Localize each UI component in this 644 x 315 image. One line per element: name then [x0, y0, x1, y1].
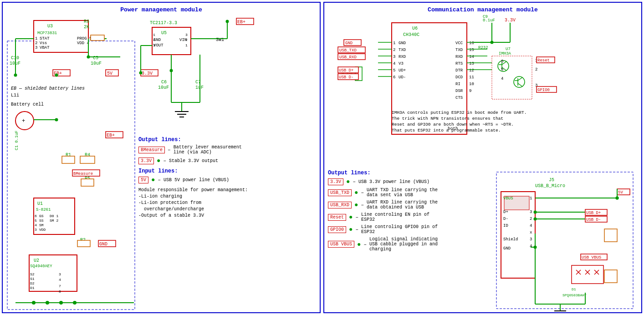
svg-text:SW1: SW1: [216, 37, 224, 42]
power-module-desc: Module responsible for power management:…: [138, 187, 257, 219]
usb-vbus-desc: Logical signal indicating USB cabble plu…: [369, 237, 447, 252]
svg-text:TXD: TXD: [455, 48, 463, 52]
svg-text:4: 4: [501, 76, 503, 81]
svg-text:6: 6: [501, 59, 503, 64]
svg-text:12: 12: [469, 68, 474, 73]
svg-text:USB D+: USB D+: [339, 68, 353, 73]
svg-text:UD-: UD-: [399, 75, 406, 80]
usb-txd-line: USB_TXD ● – UART TXD line carrying the d…: [328, 188, 492, 198]
comm-lines-section: Output lines: 3.3V ● – USB 3.3V power li…: [328, 170, 492, 254]
svg-text:C5: C5: [93, 56, 98, 61]
svg-text:ID: ID: [503, 224, 508, 228]
v33-desc: Stable 3.3V output: [169, 158, 218, 163]
power-lines-section: Output lines: BMeasure – Battery lever m…: [138, 137, 257, 219]
svg-text:D2: D2: [30, 281, 35, 285]
svg-rect-43: [81, 179, 94, 186]
svg-text:L1i: L1i: [11, 93, 19, 98]
svg-text:C9: C9: [483, 15, 488, 19]
svg-text:VDD: VDD: [39, 228, 46, 232]
svg-text:GS: GS: [39, 214, 44, 218]
svg-text:V3: V3: [399, 61, 404, 66]
svg-text:3: 3: [185, 33, 188, 37]
svg-text:3: 3: [35, 228, 37, 232]
svg-text:4: 4: [35, 223, 37, 227]
svg-text:GND: GND: [503, 246, 511, 251]
gpio0-desc: Line controling GPIO0 pin of ESP32: [361, 224, 439, 234]
svg-text:DSR: DSR: [455, 89, 463, 93]
power-module: Power management module U3 MCP73831 1 ST…: [2, 2, 321, 313]
svg-text:SM: SM: [39, 223, 44, 227]
svg-text:3.3V: 3.3V: [505, 18, 516, 23]
svg-text:1: 1: [153, 33, 155, 37]
svg-text:SM 2: SM 2: [50, 218, 58, 223]
svg-text:S-8261: S-8261: [36, 208, 51, 212]
reset-signal: Reset: [328, 214, 346, 221]
comm-3v3-signal: 3.3V: [328, 178, 343, 185]
v33-line: 3.3V ● – Stable 3.3V output: [138, 157, 257, 164]
svg-text:+: +: [22, 118, 25, 124]
svg-text:R232: R232: [478, 46, 488, 50]
svg-text:IMH3A controls putting ESP32 i: IMH3A controls putting ESP32 in boot mod…: [392, 110, 526, 115]
5v-line: 5V ● – USB 5V power line (VBUS): [138, 176, 257, 183]
svg-text:TC2117-3.3: TC2117-3.3: [150, 20, 177, 25]
svg-text:3: 3: [530, 210, 532, 214]
svg-text:BMeasure: BMeasure: [73, 172, 93, 176]
svg-text:11: 11: [469, 75, 474, 80]
svg-text:5: 5: [501, 67, 503, 72]
svg-text:1: 1: [530, 196, 532, 201]
comm-module-title: Communication management module: [328, 6, 638, 13]
svg-text:15: 15: [469, 48, 474, 52]
svg-text:USB D+: USB D+: [586, 211, 601, 215]
svg-text:4: 4: [393, 61, 395, 66]
svg-text:10uF: 10uF: [91, 61, 102, 66]
svg-text:The trick with NPN transistors: The trick with NPN transistors ensures t…: [392, 116, 503, 121]
usb-rxd-signal: USB_RXD: [328, 202, 352, 208]
svg-text:D1: D1: [572, 287, 576, 291]
reset-line: Reset ● – Line controling EN pin of ESP3…: [328, 212, 492, 222]
svg-text:SS: SS: [39, 218, 44, 223]
svg-text:3: 3: [153, 43, 155, 47]
svg-text:4: 4: [59, 278, 61, 282]
svg-text:RI: RI: [455, 82, 460, 86]
svg-text:both: both: [448, 126, 458, 131]
svg-text:RXD: RXD: [399, 55, 406, 59]
svg-text:VCC: VCC: [455, 41, 463, 46]
svg-text:4: 4: [530, 244, 532, 249]
svg-text:USB_B_Micro: USB_B_Micro: [535, 183, 565, 188]
svg-text:GND: GND: [99, 242, 107, 247]
svg-text:Shield: Shield: [503, 237, 518, 242]
svg-text:S1: S1: [30, 277, 35, 281]
gpio0-line: GPIO0 ● – Line controling GPIO0 pin of E…: [328, 224, 492, 234]
usb-rxd-desc: UART RXD line carrying the data obtained…: [367, 200, 444, 210]
svg-rect-36: [80, 156, 95, 163]
svg-text:GND: GND: [345, 41, 353, 46]
svg-text:CTS: CTS: [455, 96, 463, 100]
svg-text:3: 3: [393, 55, 395, 59]
svg-point-271: [616, 197, 619, 200]
svg-text:DTR: DTR: [455, 68, 463, 73]
svg-text:C6: C6: [161, 80, 167, 85]
svg-rect-33: [62, 156, 75, 163]
dash-rxd: –: [361, 202, 364, 208]
svg-text:PROG 5: PROG 5: [77, 36, 92, 41]
svg-text:U2: U2: [34, 258, 39, 263]
svg-text:USB D-: USB D-: [339, 75, 353, 80]
gpio0-signal: GPIO0: [328, 226, 346, 233]
svg-text:Reset: Reset: [537, 58, 550, 63]
svg-text:That puts ESP32 into a program: That puts ESP32 into a programmable stat…: [392, 128, 501, 133]
svg-text:USB D-: USB D-: [586, 218, 601, 222]
dot-2: ●: [151, 176, 155, 183]
svg-text:3.3V: 3.3V: [142, 71, 153, 76]
dash-txd: –: [361, 190, 364, 195]
svg-text:USB_TXD: USB_TXD: [339, 48, 357, 53]
svg-text:2: 2: [530, 217, 532, 221]
svg-point-273: [534, 218, 537, 221]
dot-reset: ●: [349, 213, 353, 221]
svg-text:DCD: DCD: [455, 75, 463, 80]
dash-gpio0: –: [355, 227, 358, 232]
arrow-3: –: [158, 177, 161, 183]
arrow-1: –: [168, 147, 171, 152]
comm-3v3-line: 3.3V ● – USB 3.3V power line (VBUS): [328, 178, 492, 185]
svg-text:2: 2: [153, 38, 155, 42]
svg-text:U3: U3: [47, 24, 53, 29]
